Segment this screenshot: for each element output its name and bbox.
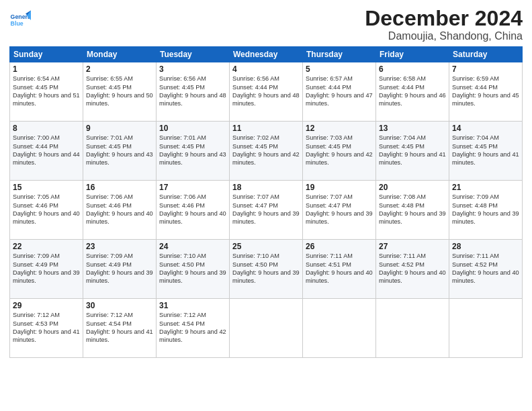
- day-number: 13: [379, 124, 446, 133]
- day-number: 19: [306, 183, 373, 192]
- day-info: Sunrise: 7:10 AMSunset: 4:50 PMDaylight:…: [232, 252, 300, 285]
- calendar-cell: 26Sunrise: 7:11 AMSunset: 4:51 PMDayligh…: [303, 240, 376, 299]
- day-number: 18: [232, 183, 300, 192]
- calendar-cell: 10Sunrise: 7:01 AMSunset: 4:45 PMDayligh…: [157, 122, 230, 181]
- day-info: Sunrise: 7:01 AMSunset: 4:45 PMDaylight:…: [86, 134, 153, 167]
- day-number: 8: [13, 124, 80, 133]
- calendar-cell: 2Sunrise: 6:55 AMSunset: 4:45 PMDaylight…: [83, 62, 157, 122]
- day-info: Sunrise: 7:12 AMSunset: 4:53 PMDaylight:…: [13, 311, 80, 345]
- day-number: 7: [452, 64, 519, 74]
- calendar-cell: 25Sunrise: 7:10 AMSunset: 4:50 PMDayligh…: [230, 240, 303, 299]
- calendar-cell: 28Sunrise: 7:11 AMSunset: 4:52 PMDayligh…: [449, 240, 523, 299]
- day-number: 3: [159, 64, 226, 74]
- calendar-cell: 31Sunrise: 7:12 AMSunset: 4:54 PMDayligh…: [157, 299, 230, 358]
- day-info: Sunrise: 7:07 AMSunset: 4:47 PMDaylight:…: [232, 193, 300, 226]
- day-info: Sunrise: 7:12 AMSunset: 4:54 PMDaylight:…: [86, 311, 153, 345]
- day-info: Sunrise: 7:09 AMSunset: 4:48 PMDaylight:…: [452, 193, 519, 226]
- calendar-header-monday: Monday: [83, 47, 157, 62]
- day-number: 24: [159, 242, 226, 251]
- calendar-cell: 19Sunrise: 7:07 AMSunset: 4:47 PMDayligh…: [303, 181, 376, 240]
- day-number: 5: [306, 64, 373, 74]
- calendar-cell: 18Sunrise: 7:07 AMSunset: 4:47 PMDayligh…: [230, 181, 303, 240]
- calendar-cell: 1Sunrise: 6:54 AMSunset: 4:45 PMDaylight…: [10, 62, 83, 122]
- calendar-cell: 9Sunrise: 7:01 AMSunset: 4:45 PMDaylight…: [83, 122, 157, 181]
- day-number: 4: [232, 64, 300, 74]
- day-number: 27: [379, 242, 446, 251]
- calendar-cell: 7Sunrise: 6:59 AMSunset: 4:44 PMDaylight…: [449, 62, 523, 122]
- day-info: Sunrise: 7:03 AMSunset: 4:45 PMDaylight:…: [306, 134, 373, 167]
- day-number: 14: [452, 124, 519, 133]
- calendar-cell: 20Sunrise: 7:08 AMSunset: 4:48 PMDayligh…: [376, 181, 449, 240]
- day-info: Sunrise: 6:56 AMSunset: 4:44 PMDaylight:…: [232, 75, 300, 108]
- calendar-cell: 30Sunrise: 7:12 AMSunset: 4:54 PMDayligh…: [83, 299, 157, 358]
- calendar-header-wednesday: Wednesday: [230, 47, 303, 62]
- day-number: 21: [452, 183, 519, 192]
- calendar-cell: 16Sunrise: 7:06 AMSunset: 4:46 PMDayligh…: [83, 181, 157, 240]
- calendar-cell: 21Sunrise: 7:09 AMSunset: 4:48 PMDayligh…: [449, 181, 523, 240]
- calendar-week-4: 22Sunrise: 7:09 AMSunset: 4:49 PMDayligh…: [10, 240, 523, 299]
- main-container: General Blue December 2024 Damoujia, Sha…: [0, 0, 532, 411]
- calendar-header-friday: Friday: [376, 47, 449, 62]
- calendar-cell: 22Sunrise: 7:09 AMSunset: 4:49 PMDayligh…: [10, 240, 83, 299]
- calendar-cell: 4Sunrise: 6:56 AMSunset: 4:44 PMDaylight…: [230, 62, 303, 122]
- calendar-cell: 6Sunrise: 6:58 AMSunset: 4:44 PMDaylight…: [376, 62, 449, 122]
- calendar-week-1: 1Sunrise: 6:54 AMSunset: 4:45 PMDaylight…: [10, 62, 523, 122]
- day-number: 25: [232, 242, 300, 251]
- day-info: Sunrise: 7:02 AMSunset: 4:45 PMDaylight:…: [232, 134, 300, 167]
- calendar-cell: [376, 299, 449, 358]
- calendar-header-saturday: Saturday: [449, 47, 523, 62]
- title-block: December 2024 Damoujia, Shandong, China: [365, 7, 523, 42]
- day-number: 23: [86, 242, 153, 251]
- calendar-cell: 13Sunrise: 7:04 AMSunset: 4:45 PMDayligh…: [376, 122, 449, 181]
- day-number: 20: [379, 183, 446, 192]
- day-number: 30: [86, 301, 153, 310]
- calendar-header-sunday: Sunday: [10, 47, 83, 62]
- page-title: December 2024: [365, 7, 523, 30]
- day-number: 31: [159, 301, 226, 310]
- day-info: Sunrise: 6:58 AMSunset: 4:44 PMDaylight:…: [379, 75, 446, 108]
- day-info: Sunrise: 7:04 AMSunset: 4:45 PMDaylight:…: [452, 134, 519, 167]
- day-info: Sunrise: 6:59 AMSunset: 4:44 PMDaylight:…: [452, 75, 519, 108]
- day-info: Sunrise: 6:57 AMSunset: 4:44 PMDaylight:…: [306, 75, 373, 108]
- day-info: Sunrise: 7:00 AMSunset: 4:44 PMDaylight:…: [13, 134, 80, 167]
- day-info: Sunrise: 7:08 AMSunset: 4:48 PMDaylight:…: [379, 193, 446, 226]
- calendar-cell: 15Sunrise: 7:05 AMSunset: 4:46 PMDayligh…: [10, 181, 83, 240]
- calendar-header-tuesday: Tuesday: [157, 47, 230, 62]
- calendar-week-2: 8Sunrise: 7:00 AMSunset: 4:44 PMDaylight…: [10, 122, 523, 181]
- calendar-week-5: 29Sunrise: 7:12 AMSunset: 4:53 PMDayligh…: [10, 299, 523, 358]
- day-info: Sunrise: 7:11 AMSunset: 4:52 PMDaylight:…: [379, 252, 446, 285]
- day-info: Sunrise: 7:11 AMSunset: 4:51 PMDaylight:…: [306, 252, 373, 285]
- calendar-cell: 5Sunrise: 6:57 AMSunset: 4:44 PMDaylight…: [303, 62, 376, 122]
- day-info: Sunrise: 6:56 AMSunset: 4:45 PMDaylight:…: [159, 75, 226, 108]
- day-info: Sunrise: 7:11 AMSunset: 4:52 PMDaylight:…: [452, 252, 519, 285]
- calendar-week-3: 15Sunrise: 7:05 AMSunset: 4:46 PMDayligh…: [10, 181, 523, 240]
- logo: General Blue: [9, 9, 31, 31]
- calendar-cell: 8Sunrise: 7:00 AMSunset: 4:44 PMDaylight…: [10, 122, 83, 181]
- calendar-cell: 11Sunrise: 7:02 AMSunset: 4:45 PMDayligh…: [230, 122, 303, 181]
- calendar-cell: 29Sunrise: 7:12 AMSunset: 4:53 PMDayligh…: [10, 299, 83, 358]
- calendar-cell: [230, 299, 303, 358]
- day-info: Sunrise: 7:06 AMSunset: 4:46 PMDaylight:…: [159, 193, 226, 226]
- day-info: Sunrise: 6:55 AMSunset: 4:45 PMDaylight:…: [86, 75, 153, 108]
- calendar-cell: 14Sunrise: 7:04 AMSunset: 4:45 PMDayligh…: [449, 122, 523, 181]
- day-info: Sunrise: 7:01 AMSunset: 4:45 PMDaylight:…: [159, 134, 226, 167]
- calendar-header-row: SundayMondayTuesdayWednesdayThursdayFrid…: [10, 47, 523, 62]
- day-info: Sunrise: 7:12 AMSunset: 4:54 PMDaylight:…: [159, 311, 226, 345]
- day-number: 17: [159, 183, 226, 192]
- day-info: Sunrise: 7:04 AMSunset: 4:45 PMDaylight:…: [379, 134, 446, 167]
- day-info: Sunrise: 7:10 AMSunset: 4:50 PMDaylight:…: [159, 252, 226, 285]
- day-number: 29: [13, 301, 80, 310]
- calendar-cell: 3Sunrise: 6:56 AMSunset: 4:45 PMDaylight…: [157, 62, 230, 122]
- day-info: Sunrise: 6:54 AMSunset: 4:45 PMDaylight:…: [13, 75, 80, 108]
- header: General Blue December 2024 Damoujia, Sha…: [9, 7, 523, 42]
- logo-icon: General Blue: [9, 9, 31, 31]
- day-number: 9: [86, 124, 153, 133]
- day-number: 2: [86, 64, 153, 74]
- calendar-header-thursday: Thursday: [303, 47, 376, 62]
- day-info: Sunrise: 7:07 AMSunset: 4:47 PMDaylight:…: [306, 193, 373, 226]
- calendar-cell: 12Sunrise: 7:03 AMSunset: 4:45 PMDayligh…: [303, 122, 376, 181]
- page-subtitle: Damoujia, Shandong, China: [365, 30, 523, 42]
- day-number: 28: [452, 242, 519, 251]
- day-number: 11: [232, 124, 300, 133]
- calendar-table: SundayMondayTuesdayWednesdayThursdayFrid…: [9, 46, 523, 358]
